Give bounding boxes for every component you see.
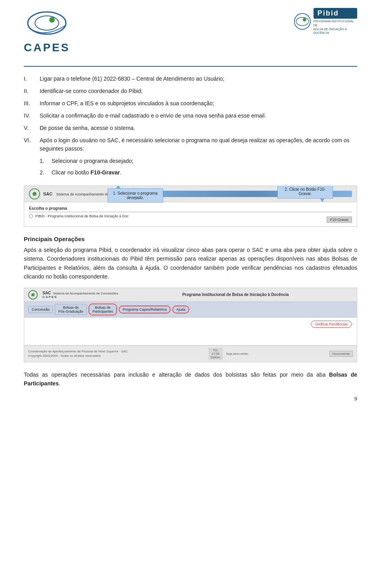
tab-concessao[interactable]: Concessão [28,306,53,313]
sac-center-title: Programa Institucional de Bolsa de Inici… [118,292,353,297]
sac-footer: Coordenação de Aperfeiçoamento de Pessoa… [24,345,357,362]
instructions-list: I. Ligar para o telefone (61) 2022-6830 … [24,75,357,153]
bubble-select-program: 1. Selecionar o programa desejado. [108,188,163,203]
sac-body: Escolha o programa PIBID - Programa Inst… [24,202,357,226]
header-divider [24,66,357,67]
tab-bolsas-pos[interactable]: Bolsas de Pós-Graduação [55,304,87,315]
footer-welcome: Seja bem-vindo. [226,352,249,356]
sac-body-2: Verificar Pendências [24,317,357,345]
pibid-text: Pibid [314,8,357,19]
list-item-1: I. Ligar para o telefone (61) 2022-6830 … [24,75,357,83]
svg-point-3 [294,14,310,29]
sac-label-2: SAC Sistema de Acompanhamento de Concess… [42,291,118,295]
sub-instructions-list: 1. Selecionar o programa desejado; 2. Cl… [40,157,357,177]
pibid-logo: Pibid PROGRAMA INSTITUCIONAL DE BOLSA DE… [294,8,357,40]
tab-programa-relatorios[interactable]: Programa Capes/Relatórios [119,306,171,313]
svg-point-4 [296,17,308,26]
capes-logo: CAPES [24,8,70,54]
escolha-label: Escolha o programa [29,206,352,212]
page-number: 9 [24,396,357,402]
sac-header-2: SAC Sistema de Acompanhamento de Concess… [24,288,357,302]
capes-logo-text: CAPES [24,41,70,54]
sub-item-2: 2. Clicar no botão F10-Gravar. [40,168,357,177]
list-item-5: V. De posse da senha, acesse o sistema. [24,124,357,132]
pibid-subtitle: PROGRAMA INSTITUCIONAL DE BOLSA DE INICI… [314,19,357,35]
list-item-2: II. Identificar-se como coordenador do P… [24,87,357,95]
page-header: CAPES Pibid PROGRAMA INSTITUCIONAL DE BO… [24,8,357,54]
screenshot-2: SAC Sistema de Acompanhamento de Concess… [24,288,357,362]
footer-time: TO:17:551000m. [208,348,223,360]
f10-gravar-button[interactable]: F10-Gravar [327,217,352,223]
sac-logo-circle [29,188,40,199]
svg-point-5 [303,18,306,21]
list-item-3: III. Informar o CPF, a IES e os subproje… [24,99,357,108]
section-heading-principais: Principais Operações [24,236,357,242]
tab-bolsas-participantes[interactable]: Bolsas de Participantes [89,304,117,315]
sac-logo-circle-2 [28,290,38,300]
footer-copyright: Coordenação de Aperfeiçoamento de Pessoa… [28,349,128,358]
desconectar-button[interactable]: Desconectar [329,351,353,357]
section-para-1: Após a seleção do programa Pibid, o coor… [24,246,357,281]
svg-point-2 [49,17,55,23]
bottom-paragraph: Todas as operações necessárias para incl… [24,370,357,388]
list-item-4: IV. Solicitar a confirmação do e-mail ca… [24,112,357,120]
screenshot-1: SAC Sistema de Acompanhamento de Concess… [24,186,357,227]
svg-point-1 [35,16,59,30]
radio-row: PIBID - Programa Institucional de Bolsa … [29,214,352,218]
tab-navigation[interactable]: Concessão Bolsas de Pós-Graduação Bolsas… [24,302,357,317]
list-item-6: VI. Após o login do usuário no SAC, é ne… [24,136,357,153]
bubble-f10-gravar: 2. Clicar no Botão F10-Gravar. [277,186,333,199]
capes-label-2: CAPES [42,295,118,299]
sub-item-1: 1. Selecionar o programa desejado; [40,157,357,165]
verificar-pendencias-button[interactable]: Verificar Pendências [311,321,352,328]
main-content: I. Ligar para o telefone (61) 2022-6830 … [24,75,357,402]
tab-ajuda[interactable]: Ajuda [172,306,189,313]
